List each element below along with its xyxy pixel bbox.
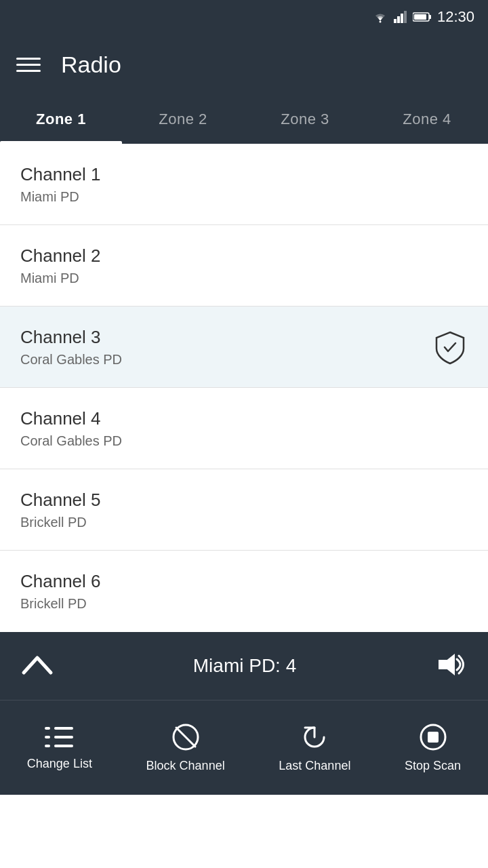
wifi-icon xyxy=(372,11,388,23)
svg-rect-2 xyxy=(397,16,400,23)
block-channel-button[interactable]: Block Channel xyxy=(146,722,225,773)
undo-icon xyxy=(300,722,329,752)
svg-rect-3 xyxy=(401,14,403,23)
chevron-up-icon xyxy=(20,651,54,678)
chevron-up-button[interactable] xyxy=(20,651,54,681)
svg-rect-13 xyxy=(54,745,73,747)
hamburger-menu-button[interactable] xyxy=(16,58,41,72)
tab-zone3[interactable]: Zone 3 xyxy=(244,95,366,144)
svg-marker-8 xyxy=(439,655,454,674)
volume-icon xyxy=(435,651,468,678)
status-icons: 12:30 xyxy=(372,8,474,26)
app-title: Radio xyxy=(61,52,121,78)
app-header: Radio xyxy=(0,34,488,95)
tab-zone2[interactable]: Zone 2 xyxy=(122,95,244,144)
channel-item-2[interactable]: Channel 2 Miami PD xyxy=(0,225,488,307)
zone-tabs: Zone 1 Zone 2 Zone 3 Zone 4 xyxy=(0,95,488,144)
svg-rect-9 xyxy=(54,727,73,730)
stop-icon xyxy=(418,722,448,752)
stop-scan-button[interactable]: Stop Scan xyxy=(405,722,461,773)
battery-icon xyxy=(413,12,432,22)
svg-rect-14 xyxy=(45,745,50,747)
tab-zone4[interactable]: Zone 4 xyxy=(366,95,488,144)
tab-zone1[interactable]: Zone 1 xyxy=(0,95,122,144)
hamburger-line-2 xyxy=(16,64,41,66)
channel-item-6[interactable]: Channel 6 Brickell PD xyxy=(0,551,488,632)
channel-item-1[interactable]: Channel 1 Miami PD xyxy=(0,144,488,225)
channel-item-3[interactable]: Channel 3 Coral Gables PD xyxy=(0,307,488,388)
last-channel-label: Last Channel xyxy=(279,759,350,773)
svg-rect-18 xyxy=(428,732,439,743)
hamburger-line-1 xyxy=(16,58,41,60)
player-bar: Miami PD: 4 xyxy=(0,632,488,700)
signal-icon xyxy=(394,11,407,23)
list-icon xyxy=(45,724,75,750)
svg-rect-6 xyxy=(429,15,431,19)
block-channel-label: Block Channel xyxy=(146,759,225,773)
svg-point-0 xyxy=(379,21,381,23)
shield-check-icon xyxy=(432,330,468,365)
svg-line-16 xyxy=(176,728,195,747)
channel-list: Channel 1 Miami PD Channel 2 Miami PD Ch… xyxy=(0,144,488,632)
status-bar: 12:30 xyxy=(0,0,488,34)
block-icon xyxy=(171,722,201,752)
channel-item-4[interactable]: Channel 4 Coral Gables PD xyxy=(0,388,488,469)
change-list-button[interactable]: Change List xyxy=(27,724,92,771)
svg-rect-7 xyxy=(414,14,426,20)
change-list-label: Change List xyxy=(27,757,92,771)
svg-rect-11 xyxy=(54,736,73,738)
status-time: 12:30 xyxy=(437,8,474,26)
svg-rect-10 xyxy=(45,727,50,730)
svg-rect-12 xyxy=(45,736,50,738)
now-playing-label: Miami PD: 4 xyxy=(193,655,296,677)
svg-rect-1 xyxy=(394,19,396,23)
stop-scan-label: Stop Scan xyxy=(405,759,461,773)
volume-button[interactable] xyxy=(435,651,468,681)
svg-rect-4 xyxy=(404,11,407,23)
channel-item-5[interactable]: Channel 5 Brickell PD xyxy=(0,469,488,551)
bottom-navigation: Change List Block Channel Last Channel S… xyxy=(0,700,488,795)
last-channel-button[interactable]: Last Channel xyxy=(279,722,350,773)
hamburger-line-3 xyxy=(16,70,41,72)
